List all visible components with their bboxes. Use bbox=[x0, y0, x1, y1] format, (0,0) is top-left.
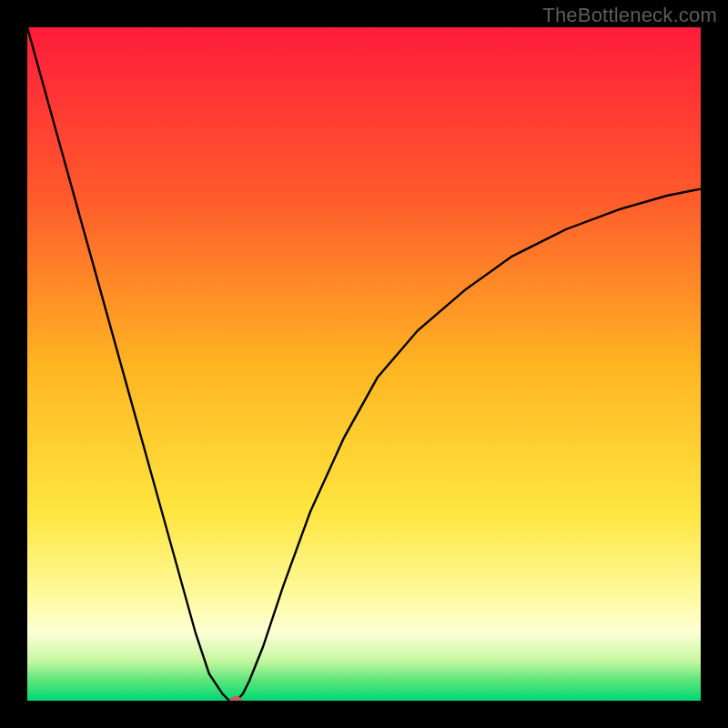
plot-area bbox=[27, 27, 701, 701]
gradient-background bbox=[27, 27, 701, 701]
watermark-text: TheBottleneck.com bbox=[542, 4, 717, 27]
chart-frame: TheBottleneck.com bbox=[0, 0, 728, 728]
chart-svg bbox=[27, 27, 701, 701]
